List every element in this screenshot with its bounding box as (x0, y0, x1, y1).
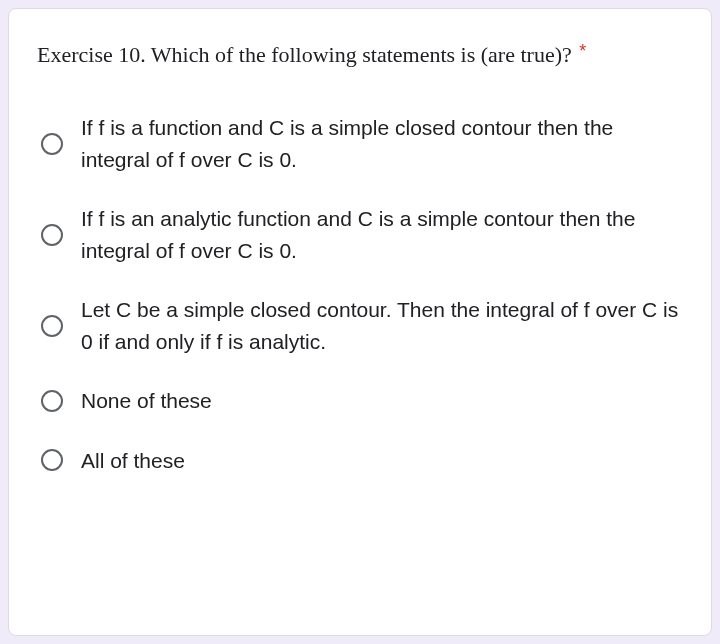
option-label: If f is an analytic function and C is a … (81, 203, 683, 266)
option-label: If f is a function and C is a simple clo… (81, 112, 683, 175)
options-group: If f is a function and C is a simple clo… (37, 112, 683, 476)
option-label: None of these (81, 385, 212, 417)
option-1[interactable]: If f is a function and C is a simple clo… (41, 112, 683, 175)
option-3[interactable]: Let C be a simple closed contour. Then t… (41, 294, 683, 357)
question-title-text: Exercise 10. Which of the following stat… (37, 42, 572, 67)
option-5[interactable]: All of these (41, 445, 683, 477)
radio-icon (41, 390, 63, 412)
radio-icon (41, 449, 63, 471)
option-2[interactable]: If f is an analytic function and C is a … (41, 203, 683, 266)
option-label: Let C be a simple closed contour. Then t… (81, 294, 683, 357)
question-card: Exercise 10. Which of the following stat… (8, 8, 712, 636)
option-label: All of these (81, 445, 185, 477)
question-title: Exercise 10. Which of the following stat… (37, 37, 683, 72)
radio-icon (41, 315, 63, 337)
required-asterisk: * (579, 41, 586, 61)
option-4[interactable]: None of these (41, 385, 683, 417)
radio-icon (41, 133, 63, 155)
radio-icon (41, 224, 63, 246)
